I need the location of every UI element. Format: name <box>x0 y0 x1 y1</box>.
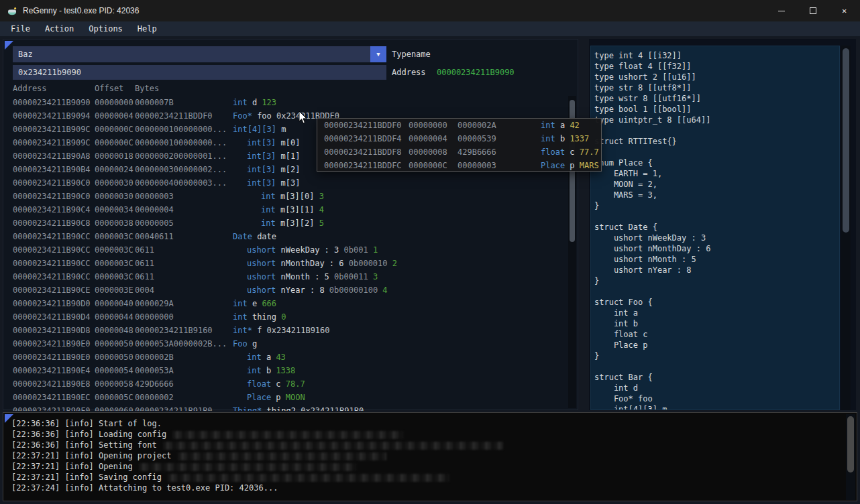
log-text: [22:37:24] [info] Attatching to test0.ex… <box>11 483 278 493</box>
field-value: 4 <box>319 205 324 214</box>
row-address: 00000234211B90E0 <box>13 353 95 362</box>
editor-scrollbar[interactable] <box>841 46 851 410</box>
memory-row[interactable]: 00000234211B90CC0000003C0611ushort nMont… <box>3 257 567 270</box>
editor-line: float c <box>594 329 839 340</box>
editor-line: int b <box>594 318 839 329</box>
field-type: ushort <box>247 272 276 281</box>
field-type: Foo* <box>233 111 252 121</box>
row-bytes: 0004 <box>135 286 230 295</box>
editor-line: int d <box>594 383 839 393</box>
row-offset: 0000000C <box>95 125 135 134</box>
row-declaration: float c 78.7 <box>230 379 305 389</box>
row-bytes: 0000000400000003... <box>135 178 230 188</box>
memory-row[interactable]: 00000234211B90CC0000003C0611ushort nMont… <box>3 270 567 284</box>
field-name: nYear : 8 <box>281 286 325 295</box>
memory-row[interactable]: 00000234211B90D80000004800000234211B9160… <box>3 324 567 337</box>
memory-row[interactable]: 00000234211B90E800000058429D6666float c … <box>3 377 567 391</box>
memory-row[interactable]: 00000234211B90CC0000003C0611ushort nWeek… <box>3 243 567 257</box>
memory-row[interactable]: 00000234211B90E0000000500000002Bint a 43 <box>3 351 567 364</box>
minimize-icon <box>778 11 785 11</box>
menu-help[interactable]: Help <box>130 23 164 35</box>
row-declaration: ushort nWeekDay : 3 0b001 1 <box>230 245 378 255</box>
field-name: nWeekDay : 3 <box>281 245 339 255</box>
address-input[interactable] <box>13 65 386 80</box>
field-name: m[3][2] <box>280 218 315 228</box>
memory-row[interactable]: 00000234211B90D40000004400000000int thin… <box>3 310 567 324</box>
memory-row[interactable]: 00000234211B90E4000000540000053Aint b 13… <box>3 364 567 377</box>
redaction-block <box>139 463 356 471</box>
tooltip-field-type: float <box>541 147 565 157</box>
row-declaration: ushort nYear : 8 0b00000100 4 <box>230 286 388 295</box>
memory-row[interactable]: 00000234211B90C80000003800000005int m[3]… <box>3 216 567 230</box>
field-type: float <box>247 379 271 389</box>
tooltip-field-name: a <box>560 121 565 130</box>
log-scrollbar-thumb[interactable] <box>847 416 854 472</box>
tooltip-offset: 00000004 <box>409 134 458 143</box>
close-button[interactable]: ✕ <box>828 0 860 21</box>
editor-line: type bool 1 [[bool]] <box>594 104 839 115</box>
redaction-block <box>163 442 503 450</box>
typename-label: Typename <box>392 50 431 59</box>
log-line: [22:36:36] [info] Loading config <box>11 429 841 440</box>
type-editor[interactable]: type int 4 [[i32]]type float 4 [[f32]]ty… <box>590 46 840 410</box>
row-address: 00000234211B90CC <box>13 259 95 268</box>
row-offset: 0000005C <box>95 393 135 402</box>
field-name: nMonth : 5 <box>281 272 329 281</box>
maximize-button[interactable] <box>797 0 828 21</box>
memory-row[interactable]: 00000234211B9090000000000000007Bint d 12… <box>3 96 567 109</box>
app-icon <box>7 5 17 16</box>
redaction-block <box>178 452 386 460</box>
row-offset: 00000030 <box>95 178 135 188</box>
editor-line: type wstr 8 [[utf16*]] <box>594 93 839 104</box>
editor-line: struct RTTITest{} <box>594 136 839 147</box>
minimize-button[interactable] <box>765 0 797 21</box>
editor-line <box>594 361 839 372</box>
log-scrollbar[interactable] <box>846 414 855 500</box>
row-bytes: 00000234211B91B0 <box>135 406 230 411</box>
tooltip-bytes: 0000002A <box>458 121 541 130</box>
field-type: Thing* <box>233 406 262 411</box>
row-bytes: 0611 <box>135 245 230 255</box>
row-offset: 00000040 <box>95 299 135 308</box>
row-bytes: 429D6666 <box>135 379 230 389</box>
field-type: int* <box>233 326 252 335</box>
field-name: date <box>257 232 276 241</box>
field-value: 123 <box>262 98 276 107</box>
row-offset: 0000003C <box>95 272 135 281</box>
editor-scrollbar-thumb[interactable] <box>843 48 849 233</box>
tooltip-offset: 00000008 <box>409 147 458 157</box>
row-address: 00000234211B90F0 <box>13 406 95 411</box>
memory-row[interactable]: 00000234211B90C0000000300000000400000003… <box>3 176 567 190</box>
row-declaration: int d 123 <box>230 98 276 107</box>
row-address: 00000234211B90D4 <box>13 312 95 322</box>
field-name: thing2 <box>267 406 296 411</box>
field-type: int <box>233 312 248 322</box>
combo-arrow-button[interactable]: ▼ <box>370 46 386 62</box>
typename-combo[interactable]: Baz ▼ <box>13 46 386 62</box>
memory-row[interactable]: 00000234211B90C40000003400000004int m[3]… <box>3 203 567 216</box>
chevron-down-icon: ▼ <box>376 51 380 58</box>
row-bytes: 0000000300000002... <box>135 165 230 174</box>
memory-row[interactable]: 00000234211B90D0000000400000029Aint e 66… <box>3 297 567 310</box>
menu-action[interactable]: Action <box>38 23 81 35</box>
regenny-window: ReGenny - test0.exe PID: 42036 ✕ File Ac… <box>0 0 860 504</box>
field-type: int <box>261 205 276 214</box>
memory-row[interactable]: 00000234211B90E0000000500000053A0000002B… <box>3 337 567 351</box>
editor-line: type int 4 [[i32]] <box>594 50 839 61</box>
menu-file[interactable]: File <box>3 23 38 35</box>
row-address: 00000234211B90C0 <box>13 178 95 188</box>
memory-row[interactable]: 00000234211B90CE0000003E0004ushort nYear… <box>3 284 567 297</box>
editor-line: } <box>594 200 839 211</box>
memory-row[interactable]: 00000234211B90CC0000003C00040611Date dat… <box>3 230 567 243</box>
field-name: foo <box>257 111 272 121</box>
memory-row[interactable]: 00000234211B90F00000006000000234211B91B0… <box>3 404 567 411</box>
field-type: int <box>233 299 248 308</box>
row-bytes: 00040611 <box>135 232 230 241</box>
row-address: 00000234211B9094 <box>13 111 95 121</box>
field-value: 1 <box>373 245 378 255</box>
tooltip-declaration: int b 1337 <box>541 134 589 143</box>
memory-row[interactable]: 00000234211B90C00000003000000003int m[3]… <box>3 190 567 203</box>
tooltip-address: 00000234211BDDF0 <box>324 121 409 130</box>
menu-options[interactable]: Options <box>81 23 130 35</box>
memory-row[interactable]: 00000234211B90EC0000005C00000002Place p … <box>3 391 567 404</box>
